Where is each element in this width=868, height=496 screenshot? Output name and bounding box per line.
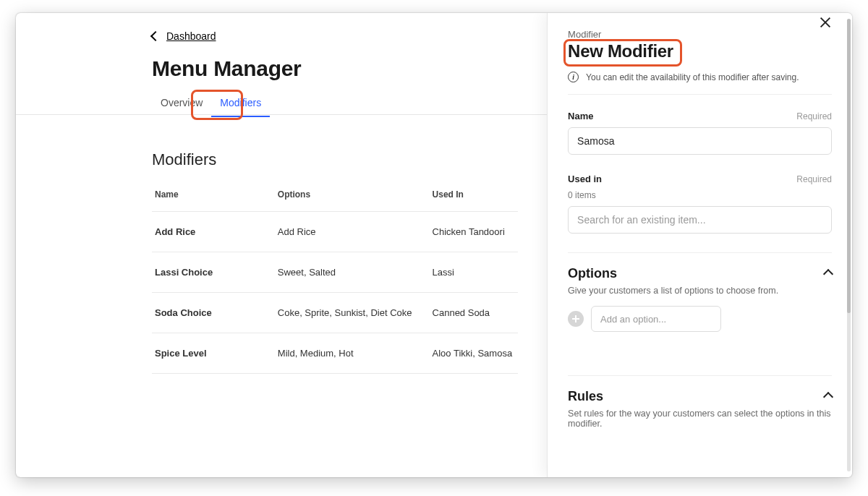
table-row[interactable]: Add Rice Add Rice Chicken Tandoori [152, 212, 518, 252]
add-option-input[interactable] [591, 306, 721, 332]
name-field: Name Required [568, 111, 832, 155]
row-used-in: Aloo Tikki, Samosa [430, 333, 519, 374]
row-name: Lassi Choice [152, 252, 275, 293]
name-input[interactable] [568, 127, 832, 155]
options-title: Options [568, 266, 617, 281]
options-subtitle: Give your customers a list of options to… [568, 286, 832, 296]
table-row[interactable]: Soda Choice Coke, Sprite, Sunkist, Diet … [152, 293, 518, 333]
rules-subtitle: Set rules for the way your customers can… [568, 409, 832, 429]
modifiers-table: Name Options Used In Add Rice Add Rice C… [152, 182, 518, 374]
tab-modifiers[interactable]: Modifiers [211, 91, 270, 117]
rules-section: Rules Set rules for the way your custome… [568, 375, 832, 429]
row-name: Add Rice [152, 212, 275, 252]
col-used-in: Used In [430, 182, 519, 212]
used-in-count: 0 items [568, 190, 832, 200]
row-name: Spice Level [152, 333, 275, 374]
used-in-label: Used in [568, 174, 602, 184]
tabs: Overview Modifiers [152, 91, 518, 117]
name-required: Required [796, 111, 832, 121]
scrollbar-thumb[interactable] [847, 19, 851, 313]
row-options: Mild, Medium, Hot [275, 333, 430, 374]
breadcrumb-dashboard-link[interactable]: Dashboard [166, 30, 216, 42]
table-row[interactable]: Lassi Choice Sweet, Salted Lassi [152, 252, 518, 293]
options-section: Options Give your customers a list of op… [568, 252, 832, 332]
availability-info: i You can edit the availability of this … [568, 61, 832, 95]
panel-eyebrow: Modifier [568, 29, 673, 40]
used-in-search-input[interactable] [568, 206, 832, 234]
scrollbar[interactable] [847, 19, 851, 471]
page-title: Menu Manager [152, 56, 518, 81]
used-in-required: Required [796, 174, 832, 184]
table-row[interactable]: Spice Level Mild, Medium, Hot Aloo Tikki… [152, 333, 518, 374]
chevron-up-icon [823, 268, 833, 278]
rules-title: Rules [568, 389, 603, 404]
col-options: Options [275, 182, 430, 212]
row-used-in: Lassi [430, 252, 519, 293]
close-icon[interactable] [819, 16, 832, 29]
used-in-field: Used in Required 0 items [568, 174, 832, 234]
panel-title: New Modifier [568, 41, 673, 61]
row-options: Sweet, Salted [275, 252, 430, 293]
tab-overview[interactable]: Overview [152, 91, 211, 117]
modifier-panel: Modifier New Modifier i You can edit the… [547, 13, 852, 477]
chevron-left-icon[interactable] [150, 31, 161, 41]
row-options: Add Rice [275, 212, 430, 252]
col-name: Name [152, 182, 275, 212]
row-used-in: Chicken Tandoori [430, 212, 519, 252]
breadcrumb: Dashboard [152, 30, 518, 42]
app-frame: Dashboard Menu Manager Overview Modifier… [16, 13, 852, 477]
main-content: Dashboard Menu Manager Overview Modifier… [16, 13, 547, 477]
info-icon: i [568, 72, 579, 82]
name-label: Name [568, 111, 593, 121]
add-option-icon[interactable] [568, 311, 584, 327]
row-options: Coke, Sprite, Sunkist, Diet Coke [275, 293, 430, 333]
availability-info-text: You can edit the availability of this mo… [586, 72, 799, 82]
row-used-in: Canned Soda [430, 293, 519, 333]
row-name: Soda Choice [152, 293, 275, 333]
chevron-up-icon [823, 391, 833, 401]
options-toggle[interactable]: Options [568, 266, 832, 281]
rules-toggle[interactable]: Rules [568, 389, 832, 404]
modifiers-heading: Modifiers [152, 150, 518, 169]
